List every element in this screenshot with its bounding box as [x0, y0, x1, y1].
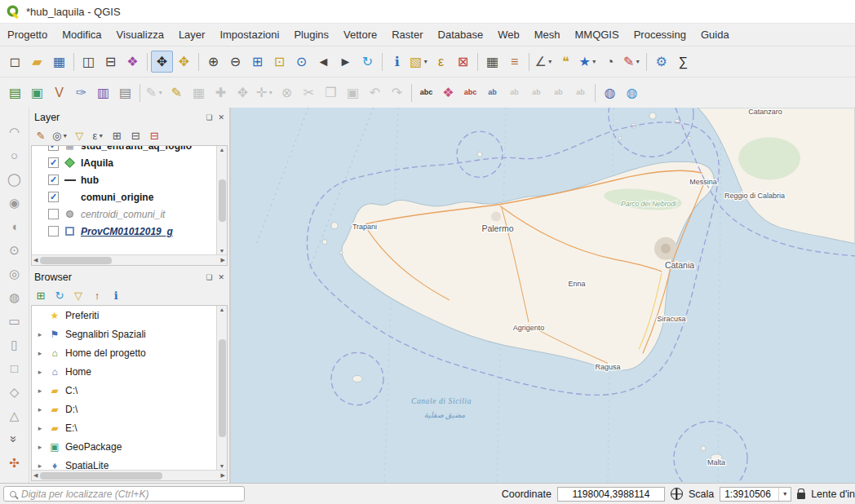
regular-polygon-center-button[interactable]: △: [5, 406, 24, 424]
menu-database[interactable]: Database: [431, 29, 491, 41]
select-by-expression-button[interactable]: ε: [430, 51, 452, 73]
zoom-in-button[interactable]: ⊕: [202, 51, 224, 73]
ellipse-from-center-2-points-button[interactable]: ◖: [5, 217, 24, 235]
scroll-thumb[interactable]: [219, 179, 226, 222]
select-features-button[interactable]: ▧▼: [408, 51, 430, 73]
browser-item[interactable]: ▸⚑Segnalibri Spaziali: [32, 325, 216, 343]
zoom-last-button[interactable]: ◄: [312, 51, 334, 73]
statistical-summary-button[interactable]: ∑: [672, 51, 694, 73]
layer-labeling-button[interactable]: abc: [415, 82, 437, 104]
refresh-browser-button[interactable]: ↻: [51, 287, 69, 303]
zoom-to-selection-button[interactable]: ⊡: [268, 51, 290, 73]
menu-processing[interactable]: Processing: [627, 29, 693, 41]
layer-checkbox[interactable]: [48, 226, 59, 237]
rectangle-from-center-button[interactable]: ▭: [5, 312, 24, 329]
current-edits-button[interactable]: ✎▼: [144, 82, 166, 104]
scroll-down-icon[interactable]: ▼: [219, 248, 225, 254]
new-spatialite-layer-button[interactable]: ✑: [70, 82, 92, 104]
browser-properties-button[interactable]: ℹ: [107, 287, 125, 303]
rectangle-from-3-points-button[interactable]: □: [5, 359, 24, 377]
zoom-to-layer-button[interactable]: ⊙: [290, 51, 312, 73]
filter-legend-button[interactable]: ▽: [70, 127, 88, 144]
open-layer-styling-button[interactable]: ✎: [32, 127, 50, 144]
menu-web[interactable]: Web: [490, 29, 527, 41]
cut-features-button[interactable]: ✂: [298, 82, 320, 104]
move-label-button[interactable]: ab: [525, 82, 547, 104]
layer-item[interactable]: ProvCM01012019_g: [32, 223, 216, 240]
processing-toolbox-button[interactable]: ⚙: [650, 51, 672, 73]
scroll-up-icon[interactable]: ▲: [219, 307, 225, 312]
new-bookmark-button[interactable]: ★▼: [577, 51, 599, 73]
open-project-button[interactable]: ▰: [26, 51, 48, 73]
new-annotation-button[interactable]: ✎▼: [621, 51, 643, 73]
metasearch-button[interactable]: ◍: [599, 82, 621, 104]
paste-features-button[interactable]: ▣: [342, 82, 364, 104]
scroll-thumb[interactable]: [40, 472, 162, 480]
crs-globe-icon[interactable]: [671, 488, 683, 500]
zoom-full-button[interactable]: ⊞: [246, 51, 268, 73]
layer-item[interactable]: ✓lAquila: [32, 154, 216, 171]
rotate-label-button[interactable]: ab: [547, 82, 569, 104]
close-panel-icon[interactable]: ✕: [218, 273, 224, 281]
zoom-out-button[interactable]: ⊖: [224, 51, 246, 73]
expand-all-button[interactable]: ⊞: [108, 127, 126, 144]
expand-arrow-icon[interactable]: ▸: [36, 387, 44, 395]
chevron-down-icon[interactable]: ▼: [778, 488, 791, 501]
layer-item[interactable]: ✓comuni_origine: [32, 188, 216, 206]
vertex-tool-button[interactable]: ✛▼: [254, 82, 276, 104]
expand-arrow-icon[interactable]: ▸: [36, 424, 44, 432]
layer-item[interactable]: centroidi_comuni_it: [32, 206, 216, 223]
filter-by-expression-button[interactable]: ε▼: [89, 127, 107, 144]
expand-arrow-icon[interactable]: ▸: [36, 443, 44, 451]
ellipse-from-center-point-button[interactable]: ⊙: [5, 241, 24, 259]
open-attribute-table-button[interactable]: ▦: [481, 51, 503, 73]
layer-diagram-button[interactable]: ❖: [437, 82, 459, 104]
new-print-layout-button[interactable]: ◫: [78, 51, 100, 73]
menu-mesh[interactable]: Mesh: [527, 29, 568, 41]
layer-checkbox[interactable]: ✓: [48, 157, 59, 168]
scroll-left-icon[interactable]: ◀: [33, 472, 38, 479]
collapse-all-button[interactable]: ⊟: [126, 127, 144, 144]
menu-plugins[interactable]: Plugins: [286, 29, 336, 41]
save-project-button[interactable]: ▦: [48, 51, 70, 73]
temporal-controller-button[interactable]: ◔: [599, 51, 621, 73]
expand-arrow-icon[interactable]: ▸: [36, 368, 44, 376]
circle-by-center-point-button[interactable]: ◉: [5, 193, 24, 211]
toggle-editing-button[interactable]: ✎: [166, 82, 188, 104]
regular-polygon-2-points-button[interactable]: ◇: [5, 382, 24, 400]
change-label-button[interactable]: ab: [569, 82, 591, 104]
add-selected-layers-button[interactable]: ⊞: [32, 287, 50, 303]
filter-browser-button[interactable]: ▽: [69, 287, 87, 303]
deselect-all-button[interactable]: ⊠: [452, 51, 474, 73]
menu-raster[interactable]: Raster: [384, 29, 430, 41]
menu-mmqgis[interactable]: MMQGIS: [567, 29, 626, 41]
scroll-left-icon[interactable]: ◀: [33, 257, 38, 263]
menu-impostazioni[interactable]: Impostazioni: [212, 29, 286, 41]
layer-item[interactable]: ✓▦stud_entranti_aq_foglio: [32, 146, 216, 154]
layer-item[interactable]: ✓hub: [32, 171, 216, 188]
layout-manager-button[interactable]: ⊟: [100, 51, 122, 73]
scroll-down-icon[interactable]: ▼: [219, 463, 225, 469]
browser-item[interactable]: ▸⌂Home del progetto: [32, 343, 216, 362]
field-calculator-button[interactable]: ≡: [503, 51, 525, 73]
refresh-map-button[interactable]: ↻: [357, 51, 379, 73]
scroll-up-icon[interactable]: ▲: [219, 147, 225, 153]
expand-arrow-icon[interactable]: ▸: [36, 330, 44, 338]
map-tips-button[interactable]: ❝: [555, 51, 577, 73]
new-project-button[interactable]: ◻: [4, 51, 26, 73]
expand-arrow-icon[interactable]: ▸: [36, 462, 44, 470]
scale-combobox[interactable]: 1:3910506 ▼: [720, 487, 791, 502]
legend-horizontal-scrollbar[interactable]: ◀ ▶: [32, 254, 227, 265]
pan-to-selection-button[interactable]: ✥: [173, 51, 195, 73]
new-geopackage-layer-button[interactable]: ▣: [26, 82, 48, 104]
move-feature-button[interactable]: ✥: [232, 82, 254, 104]
undo-button[interactable]: ↶: [364, 82, 386, 104]
remove-layer-button[interactable]: ⊟: [145, 127, 163, 144]
save-layer-edits-button[interactable]: ▦: [188, 82, 210, 104]
rectangle-from-extent-button[interactable]: ▯: [5, 335, 24, 353]
browser-item[interactable]: ▸⌂Home: [32, 362, 216, 381]
new-virtual-layer-button[interactable]: ▥: [92, 82, 114, 104]
expand-arrow-icon[interactable]: ▸: [36, 405, 44, 413]
circle-from-3-points-button[interactable]: ◯: [5, 170, 24, 188]
new-shapefile-layer-button[interactable]: V: [48, 82, 70, 104]
